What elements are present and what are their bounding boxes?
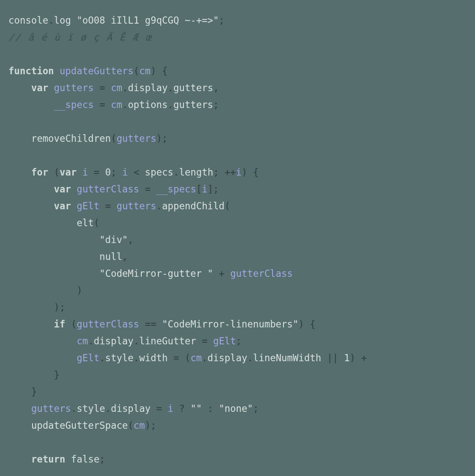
code-token bbox=[355, 352, 361, 363]
code-line: return false; bbox=[8, 454, 105, 465]
code-token: gutters bbox=[116, 133, 156, 144]
code-token: log bbox=[54, 15, 71, 26]
code-token: __specs bbox=[54, 99, 94, 110]
code-token: gutters bbox=[173, 82, 213, 93]
code-token: . bbox=[157, 200, 162, 211]
code-token bbox=[139, 184, 145, 195]
code-token: . bbox=[105, 403, 111, 414]
code-token: width bbox=[139, 352, 167, 363]
code-line: function updateGutters(cm) { bbox=[8, 65, 167, 76]
code-line: for (var i = 0; i < specs.length; ++i) { bbox=[8, 167, 259, 178]
code-token: . bbox=[168, 82, 173, 93]
code-token: cm bbox=[111, 82, 122, 93]
code-token bbox=[71, 15, 76, 26]
code-token: = bbox=[100, 99, 105, 110]
code-token bbox=[157, 319, 162, 330]
code-token bbox=[151, 403, 156, 414]
code-token: ) bbox=[299, 319, 304, 330]
code-token: if bbox=[54, 319, 65, 330]
code-token: cm bbox=[111, 99, 122, 110]
code-token: . bbox=[48, 15, 54, 26]
code-token: gElt bbox=[77, 200, 100, 211]
code-token: ( bbox=[128, 420, 133, 431]
code-token: gutters bbox=[173, 99, 213, 110]
code-token: gutters bbox=[116, 200, 156, 211]
code-token: gutterClass bbox=[77, 184, 139, 195]
code-token: appendChild bbox=[162, 200, 224, 211]
code-token: = bbox=[173, 352, 179, 363]
code-editor[interactable]: console.log "oO08 iIlL1 g9qCGQ ~-+=>"; /… bbox=[0, 0, 475, 468]
code-token: for bbox=[31, 167, 48, 178]
code-token: ( bbox=[71, 319, 76, 330]
code-token: i bbox=[168, 403, 173, 414]
code-token: ; bbox=[253, 403, 259, 414]
code-token bbox=[213, 268, 219, 279]
code-token bbox=[94, 99, 99, 110]
code-line: ); bbox=[8, 302, 65, 313]
code-token: , bbox=[122, 251, 128, 262]
code-token: ) bbox=[77, 285, 82, 296]
code-token: = bbox=[157, 403, 162, 414]
code-token: cm bbox=[77, 335, 88, 346]
code-token bbox=[116, 167, 122, 178]
code-token: ; bbox=[162, 133, 167, 144]
code-line: "CodeMirror-gutter " + gutterClass bbox=[8, 268, 293, 279]
code-token bbox=[100, 200, 105, 211]
code-line: } bbox=[8, 386, 37, 397]
code-token bbox=[139, 319, 145, 330]
code-token: "oO08 iIlL1 g9qCGQ ~-+=>" bbox=[77, 15, 219, 26]
code-token bbox=[213, 403, 219, 414]
code-token: ; bbox=[213, 184, 219, 195]
code-token bbox=[162, 403, 167, 414]
code-token: gutterClass bbox=[230, 268, 293, 279]
code-token: "none" bbox=[219, 403, 253, 414]
code-token: . bbox=[168, 99, 173, 110]
code-token: options bbox=[128, 99, 167, 110]
code-token: ; bbox=[219, 15, 224, 26]
code-line: console.log "oO08 iIlL1 g9qCGQ ~-+=>"; bbox=[8, 15, 224, 26]
code-token bbox=[208, 335, 213, 346]
code-token: 0 bbox=[105, 167, 111, 178]
code-token: lineNumWidth bbox=[253, 352, 321, 363]
code-token bbox=[105, 82, 111, 93]
code-token: = bbox=[145, 184, 151, 195]
code-token: gutters bbox=[54, 82, 94, 93]
code-token: gutterClass bbox=[77, 319, 139, 330]
code-token: ; bbox=[236, 335, 241, 346]
code-token: ( bbox=[54, 167, 59, 178]
code-token: display bbox=[128, 82, 167, 93]
code-token bbox=[88, 167, 94, 178]
code-token bbox=[367, 352, 372, 363]
code-line: "div", bbox=[8, 234, 134, 245]
code-line: cm.display.lineGutter = gElt; bbox=[8, 335, 242, 346]
code-token: "CodeMirror-gutter " bbox=[100, 268, 213, 279]
code-token: = bbox=[100, 82, 105, 93]
code-line: } bbox=[8, 369, 59, 380]
code-token: ( bbox=[111, 133, 116, 144]
code-token: , bbox=[213, 82, 219, 93]
code-token: = bbox=[94, 167, 99, 178]
code-token bbox=[71, 184, 76, 195]
code-token: . bbox=[134, 335, 139, 346]
code-line: elt( bbox=[8, 217, 100, 228]
code-token: ) bbox=[151, 65, 156, 76]
code-token: i bbox=[236, 167, 241, 178]
code-line: __specs = cm.options.gutters; bbox=[8, 99, 219, 110]
code-token bbox=[77, 167, 82, 178]
code-token: cm bbox=[139, 65, 151, 76]
code-line: updateGutterSpace(cm); bbox=[8, 420, 157, 431]
code-token: function bbox=[8, 65, 54, 76]
code-token: } bbox=[31, 386, 37, 397]
code-token bbox=[94, 82, 99, 93]
code-token: ; bbox=[59, 302, 65, 313]
code-token: updateGutterSpace bbox=[31, 420, 128, 431]
code-token: ? bbox=[179, 403, 184, 414]
code-token bbox=[179, 352, 184, 363]
code-token: . bbox=[202, 352, 207, 363]
code-token: i bbox=[202, 184, 207, 195]
code-token: ( bbox=[224, 200, 230, 211]
code-token: gutters bbox=[31, 403, 71, 414]
code-token bbox=[219, 167, 224, 178]
code-line: if (gutterClass == "CodeMirror-linenumbe… bbox=[8, 319, 316, 330]
code-token: = bbox=[202, 335, 207, 346]
